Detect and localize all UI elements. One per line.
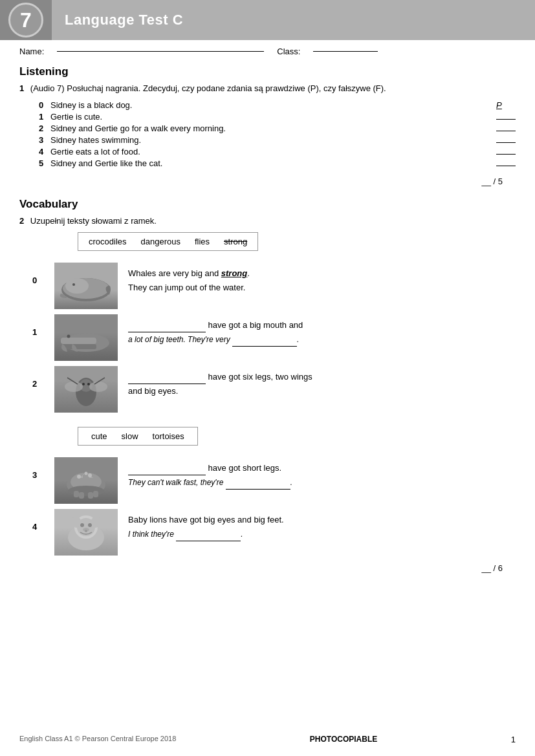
svg-point-15 xyxy=(87,383,90,385)
item-number: 2 xyxy=(39,124,50,133)
header-number-block: 7 xyxy=(0,0,52,40)
item-text: Gertie is cute. xyxy=(50,112,491,122)
exercise2-instruction: Uzupełnij teksty słowami z ramek. xyxy=(30,216,157,226)
blank-dangerous xyxy=(232,346,297,347)
svg-point-35 xyxy=(91,516,100,528)
blank-flies xyxy=(128,383,206,384)
item-number: 1 xyxy=(39,112,50,122)
vocab-item-number: 0 xyxy=(32,263,44,285)
word-crocodiles: crocodiles xyxy=(89,237,127,246)
answer-strong: strong xyxy=(221,268,247,278)
item-text: Gertie eats a lot of food. xyxy=(50,147,491,157)
item-answer-example: P xyxy=(490,100,516,110)
name-class-row: Name: Class: xyxy=(0,40,535,60)
word-box-2: cute slow tortoises xyxy=(78,427,198,446)
footer-photocopiable: PHOTOCOPIABLE xyxy=(310,735,377,744)
blank-tortoises xyxy=(128,475,206,475)
header: 7 Language Test C xyxy=(0,0,535,40)
listening-item: 5 Sidney and Gertie like the cat. xyxy=(39,158,516,168)
exercise1-number: 1 xyxy=(19,83,24,93)
vocab-item-number: 3 xyxy=(32,457,44,480)
item-text: Sidney and Gertie go for a walk every mo… xyxy=(50,124,491,133)
test-title: Language Test C xyxy=(52,12,183,28)
word-box-1: crocodiles dangerous flies strong xyxy=(78,232,258,251)
name-line xyxy=(57,51,264,52)
word-flies: flies xyxy=(195,237,210,246)
whale-image xyxy=(54,263,118,309)
listening-item: 1 Gertie is cute. xyxy=(39,112,516,122)
vocab-item-0: 0 Whales are very big and strong. They c… xyxy=(32,263,516,309)
listening-score: __ / 5 xyxy=(0,173,535,193)
item-number: 5 xyxy=(39,158,50,168)
item-blank xyxy=(496,166,516,166)
italic-text-4: I think they're . xyxy=(128,530,243,539)
blank-crocodiles xyxy=(128,332,206,332)
vocab-score: __ / 6 xyxy=(0,561,535,576)
italic-text-1: a lot of big teeth. They're very . xyxy=(128,335,299,344)
item-blank xyxy=(496,154,516,155)
listening-item: 4 Gertie eats a lot of food. xyxy=(39,147,516,157)
svg-point-22 xyxy=(85,472,88,475)
word-slow: slow xyxy=(122,431,138,441)
item-text: Sidney hates swimming. xyxy=(50,135,491,145)
vocab-item-2: 2 have got six legs, two wings and big e… xyxy=(32,366,516,413)
wordbox1-container: crocodiles dangerous flies strong xyxy=(0,228,535,257)
vocab-text-3: have got short legs. They can't walk fas… xyxy=(128,457,292,490)
unit-number-circle: 7 xyxy=(8,3,43,38)
blank-cute xyxy=(176,541,241,541)
word-strong: strong xyxy=(224,237,247,246)
exercise1-instruction: (Audio 7) Posłuchaj nagrania. Zdecyduj, … xyxy=(30,83,386,93)
item-number: 0 xyxy=(39,100,50,110)
svg-point-34 xyxy=(72,516,81,528)
footer: English Class A1 © Pearson Central Europ… xyxy=(0,735,535,744)
listening-item: 3 Sidney hates swimming. xyxy=(39,135,516,145)
word-dangerous: dangerous xyxy=(141,237,180,246)
vocab-item-3: 3 have got short legs. They can't walk f… xyxy=(32,457,516,504)
vocab-item-number: 2 xyxy=(32,366,44,389)
svg-point-10 xyxy=(65,382,83,392)
item-text: Sidney is a black dog. xyxy=(50,100,490,110)
vocab-item-number: 1 xyxy=(32,314,44,337)
vocab-text-2: have got six legs, two wings and big eye… xyxy=(128,366,312,398)
listening-item: 0 Sidney is a black dog. P xyxy=(39,100,516,110)
bug-image xyxy=(54,366,118,413)
svg-point-3 xyxy=(72,283,75,286)
item-number: 4 xyxy=(39,147,50,157)
item-blank xyxy=(496,131,516,131)
footer-copyright: English Class A1 © Pearson Central Europ… xyxy=(19,735,176,744)
item-blank xyxy=(496,119,516,120)
vocab-item-4: 4 Baby lions have got big eyes and big f… xyxy=(32,509,516,556)
exercise2-number: 2 xyxy=(19,216,24,226)
svg-point-11 xyxy=(89,382,107,392)
exercise2-header: 2 Uzupełnij teksty słowami z ramek. xyxy=(0,213,535,228)
exercise1-header: 1 (Audio 7) Posłuchaj nagrania. Zdecyduj… xyxy=(0,81,535,96)
svg-point-7 xyxy=(67,335,71,338)
word-tortoises: tortoises xyxy=(153,431,184,441)
word-cute: cute xyxy=(91,431,107,441)
croc-image xyxy=(54,314,118,361)
vocab-item-1: 1 have got a big mouth and a lot of big … xyxy=(32,314,516,361)
class-label: Class: xyxy=(277,47,300,56)
wordbox2-container: cute slow tortoises xyxy=(0,418,535,452)
svg-rect-24 xyxy=(93,491,98,497)
vocab-text-1: have got a big mouth and a lot of big te… xyxy=(128,314,303,347)
lion-image xyxy=(54,509,118,556)
name-label: Name: xyxy=(19,47,44,56)
svg-point-14 xyxy=(82,383,85,385)
svg-point-20 xyxy=(77,475,81,479)
svg-point-30 xyxy=(80,523,84,527)
unit-number: 7 xyxy=(20,8,32,32)
vocab-item-number: 4 xyxy=(32,509,44,532)
svg-point-19 xyxy=(68,486,104,496)
class-line xyxy=(313,51,378,52)
tortoise-image xyxy=(54,457,118,504)
italic-text-3: They can't walk fast, they're . xyxy=(128,478,292,487)
svg-point-33 xyxy=(85,530,87,532)
svg-point-2 xyxy=(65,278,89,294)
vocab-text-0: Whales are very big and strong. They can… xyxy=(128,263,250,295)
item-number: 3 xyxy=(39,135,50,145)
item-text: Sidney and Gertie like the cat. xyxy=(50,158,491,168)
svg-point-31 xyxy=(88,523,92,527)
footer-page: 1 xyxy=(511,735,516,744)
svg-rect-5 xyxy=(61,338,96,344)
